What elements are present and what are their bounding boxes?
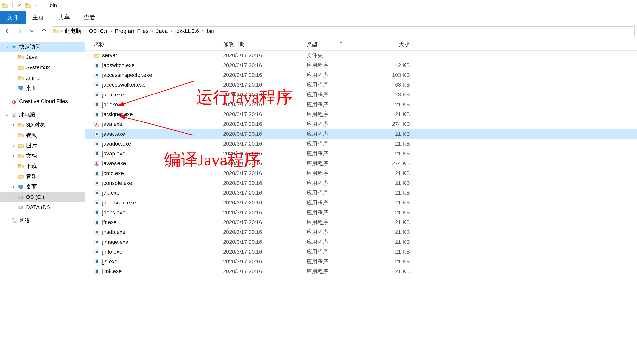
chevron-right-icon[interactable]: › [201,28,204,34]
tab-view[interactable]: 查看 [77,11,102,24]
file-row[interactable]: jdeps.exe2020/3/17 20:16应用程序21 KB [86,208,637,218]
file-row[interactable]: jarsigner.exe2020/3/17 20:16应用程序21 KB [86,110,637,119]
column-size[interactable]: 大小 [375,41,415,48]
file-type: 应用程序 [306,268,375,275]
qat-dropdown-icon[interactable] [34,2,41,9]
breadcrumb-segment[interactable]: OS (C:) [87,26,109,36]
chevron-down-icon[interactable]: ⌄ [5,45,9,49]
tree-quick-access-item[interactable]: 桌面 [0,83,85,93]
tab-home[interactable]: 主页 [26,11,51,24]
tree-this-pc-item[interactable]: ›DATA (D:) [0,202,85,212]
tree-label: 3D 对象 [26,121,45,128]
chevron-right-icon[interactable]: › [5,99,9,104]
file-row[interactable]: jdb.exe2020/3/17 20:16应用程序21 KB [86,188,637,198]
file-row[interactable]: jar.exe2020/3/17 20:16应用程序21 KB [86,100,637,110]
file-row[interactable]: jaotc.exe2020/3/17 20:16应用程序23 KB [86,90,637,100]
breadcrumb-segment[interactable]: 此电脑 [63,26,83,36]
file-row[interactable]: jconsole.exe2020/3/17 20:16应用程序21 KB [86,178,637,188]
tree-quick-access-item[interactable]: Java [0,52,85,62]
properties-checkbox-icon[interactable] [16,2,23,9]
tree-label: System32 [26,64,50,71]
tree-quick-access[interactable]: ⌄ 快速访问 [0,42,85,52]
file-type: 应用程序 [306,199,375,206]
folder-icon [18,142,24,149]
tree-this-pc-item[interactable]: ›桌面 [0,182,85,192]
file-row[interactable]: jhsdb.exe2020/3/17 20:16应用程序21 KB [86,227,637,237]
folder-icon[interactable] [25,2,32,9]
breadcrumb[interactable]: › 此电脑›OS (C:)›Program Files›Java›jdk-11.… [52,26,634,36]
tree-label: 此电脑 [19,111,35,118]
tree-creative-cloud[interactable]: › Creative Cloud Files [0,96,85,106]
tree-this-pc-item[interactable]: ›音乐 [0,171,85,182]
chevron-right-icon[interactable]: › [11,174,16,179]
file-row[interactable]: javap.exe2020/3/17 20:16应用程序21 KB [86,149,637,158]
tab-file[interactable]: 文件 [0,11,26,24]
tab-share[interactable]: 共享 [51,11,77,24]
navigation-bar: › 此电脑›OS (C:)›Program Files›Java›jdk-11.… [0,24,637,38]
file-row[interactable]: jimage.exe2020/3/17 20:16应用程序21 KB [86,237,637,247]
tree-this-pc-item[interactable]: ›图片 [0,140,85,151]
chevron-right-icon[interactable]: › [11,143,16,148]
file-row[interactable]: jlink.exe2020/3/17 20:16应用程序21 KB [86,266,637,276]
chevron-right-icon[interactable]: › [110,28,112,34]
chevron-down-icon[interactable]: ⌄ [5,112,9,117]
up-button[interactable] [39,26,49,36]
back-button[interactable] [3,26,12,36]
file-type: 应用程序 [306,238,375,246]
file-size: 21 KB [375,101,415,108]
svg-rect-4 [26,4,28,5]
explorer-icon [2,2,9,9]
ribbon-tabs: 文件 主页 共享 查看 [0,11,637,24]
file-row[interactable]: server2020/3/17 20:16文件夹 [86,50,637,60]
tree-this-pc[interactable]: ⌄ 此电脑 [0,110,85,120]
tree-this-pc-item[interactable]: ›文档 [0,151,85,161]
file-row[interactable]: jjs.exe2020/3/17 20:16应用程序21 KB [86,257,637,266]
file-row[interactable]: jinfo.exe2020/3/17 20:16应用程序21 KB [86,247,637,257]
file-type: 应用程序 [306,130,375,138]
file-row[interactable]: jabswitch.exe2020/3/17 20:16应用程序42 KB [86,60,637,70]
file-row[interactable]: jcmd.exe2020/3/17 20:16应用程序21 KB [86,168,637,178]
tree-label: 图片 [26,142,37,149]
forward-button[interactable] [15,26,25,36]
breadcrumb-segment[interactable]: Program Files [113,26,151,36]
tree-this-pc-item[interactable]: ›OS (C:) [0,192,85,202]
svg-rect-19 [13,116,15,116]
column-name[interactable]: 名称 [86,41,223,48]
chevron-right-icon[interactable]: › [60,28,62,34]
titlebar: bin [0,0,637,11]
chevron-right-icon[interactable]: › [11,184,16,189]
column-date[interactable]: 修改日期 [223,41,306,48]
file-row[interactable]: jfr.exe2020/3/17 20:16应用程序21 KB [86,218,637,227]
chevron-right-icon[interactable]: › [11,195,16,199]
chevron-right-icon[interactable]: › [151,28,154,34]
chevron-right-icon[interactable]: › [11,133,16,138]
column-type[interactable]: ▴ 类型 [306,41,375,48]
breadcrumb-segment[interactable]: jdk-11.0.6 [173,26,201,36]
file-row[interactable]: javaw.exe2020/3/17 20:16应用程序274 KB [86,158,637,168]
file-row[interactable]: java.exe2020/3/17 20:16应用程序274 KB [86,119,637,129]
recent-locations-button[interactable] [27,26,37,36]
chevron-right-icon[interactable]: › [11,205,16,210]
file-row[interactable]: jaccesswalker.exe2020/3/17 20:16应用程序68 K… [86,80,637,90]
tree-this-pc-item[interactable]: ›视频 [0,130,85,140]
chevron-right-icon[interactable]: › [11,164,16,168]
breadcrumb-segment[interactable]: bin [205,26,216,36]
tree-quick-access-item[interactable]: xmind [0,73,85,83]
tree-network[interactable]: 网络 [0,216,85,226]
tree-this-pc-item[interactable]: ›下载 [0,161,85,171]
tree-quick-access-item[interactable]: System32 [0,62,85,73]
tree-this-pc-item[interactable]: ›3D 对象 [0,120,85,130]
file-row[interactable]: jaccessinspector.exe2020/3/17 20:16应用程序1… [86,70,637,80]
file-row[interactable]: jdeprscan.exe2020/3/17 20:16应用程序21 KB [86,198,637,208]
breadcrumb-segment[interactable]: Java [154,26,169,36]
file-row[interactable]: javadoc.exe2020/3/17 20:16应用程序21 KB [86,139,637,149]
navigation-tree[interactable]: ⌄ 快速访问 JavaSystem32xmind桌面 › Creative Cl… [0,38,86,364]
tree-label: OS (C:) [26,194,45,200]
file-list[interactable]: 名称 修改日期 ▴ 类型 大小 server2020/3/17 20:16文件夹… [86,38,637,364]
chevron-right-icon[interactable]: › [11,123,16,127]
file-row[interactable]: javac.exe2020/3/17 20:16应用程序21 KB [86,129,637,139]
chevron-right-icon[interactable]: › [11,154,16,158]
column-headers[interactable]: 名称 修改日期 ▴ 类型 大小 [86,38,637,50]
chevron-right-icon[interactable]: › [170,28,173,34]
chevron-right-icon[interactable]: › [84,28,86,34]
